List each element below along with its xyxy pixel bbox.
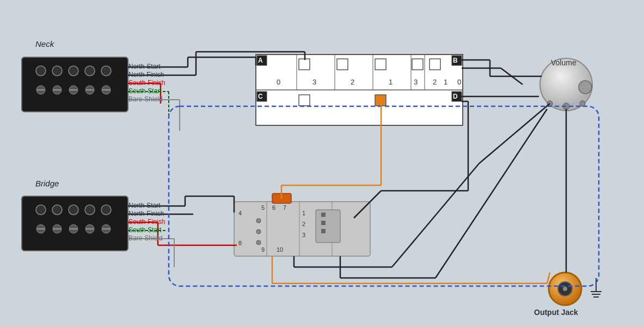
svg-line-146 xyxy=(547,272,550,283)
svg-point-68 xyxy=(85,66,95,76)
wiring-diagram: 0 3 2 1 3 2 1 0 A B C D 4 5 6 7 1 2 xyxy=(0,0,644,327)
neck-bare-shield-label: Bare-Shield xyxy=(128,95,163,103)
svg-line-141 xyxy=(436,109,547,278)
svg-text:A: A xyxy=(258,57,263,64)
svg-text:0: 0 xyxy=(457,78,461,86)
svg-point-56 xyxy=(580,101,585,106)
svg-text:8: 8 xyxy=(238,240,242,246)
bridge-south-finish-label: South-Finish xyxy=(128,218,165,226)
svg-text:4: 4 xyxy=(238,210,242,216)
bridge-north-finish-label: North-Finish xyxy=(128,210,164,217)
svg-text:3: 3 xyxy=(414,78,418,86)
svg-point-85 xyxy=(85,205,95,215)
svg-point-43 xyxy=(256,219,261,223)
neck-south-start-label: South-Start xyxy=(128,87,162,95)
neck-north-finish-label: North-Finish xyxy=(128,71,164,78)
bridge-south-start-label: South-Start xyxy=(128,226,162,234)
output-jack-label: Output Jack xyxy=(534,308,578,317)
svg-point-69 xyxy=(101,66,111,76)
svg-text:2: 2 xyxy=(302,221,305,227)
svg-point-82 xyxy=(36,205,46,215)
svg-text:C: C xyxy=(258,93,263,100)
neck-north-start-label: North-Start xyxy=(128,63,161,70)
bridge-label: Bridge xyxy=(35,179,59,188)
svg-rect-9 xyxy=(375,59,386,70)
neck-south-finish-label: South-Finish xyxy=(128,79,165,87)
svg-text:2: 2 xyxy=(351,78,354,86)
svg-point-86 xyxy=(101,205,111,215)
svg-text:0: 0 xyxy=(277,78,280,86)
svg-point-83 xyxy=(52,205,62,215)
svg-text:1: 1 xyxy=(389,78,392,86)
svg-point-84 xyxy=(69,205,78,215)
svg-rect-64 xyxy=(22,57,128,112)
svg-text:3: 3 xyxy=(302,232,305,238)
bridge-north-start-label: North-Start xyxy=(128,202,161,209)
svg-text:1: 1 xyxy=(302,210,305,216)
svg-text:B: B xyxy=(453,57,458,64)
svg-rect-25 xyxy=(299,95,310,106)
svg-rect-8 xyxy=(337,59,348,70)
svg-point-53 xyxy=(579,81,592,94)
svg-text:D: D xyxy=(453,93,458,100)
neck-label: Neck xyxy=(35,39,54,49)
svg-point-66 xyxy=(52,66,62,76)
svg-rect-10 xyxy=(412,59,423,70)
svg-text:1: 1 xyxy=(444,78,447,86)
svg-rect-11 xyxy=(430,59,440,70)
svg-point-44 xyxy=(256,229,261,234)
svg-rect-7 xyxy=(299,59,310,70)
svg-text:2: 2 xyxy=(433,78,437,86)
svg-rect-46 xyxy=(316,210,340,243)
svg-rect-81 xyxy=(22,196,128,251)
svg-text:9: 9 xyxy=(261,246,265,253)
svg-text:3: 3 xyxy=(312,78,316,86)
svg-point-67 xyxy=(69,66,78,76)
svg-line-134 xyxy=(479,104,550,164)
svg-point-65 xyxy=(36,66,46,76)
svg-rect-48 xyxy=(321,221,326,225)
svg-text:10: 10 xyxy=(277,246,283,253)
svg-rect-49 xyxy=(321,229,326,233)
svg-line-133 xyxy=(392,164,479,267)
svg-text:6: 6 xyxy=(272,204,275,211)
svg-point-59 xyxy=(563,287,567,291)
svg-text:7: 7 xyxy=(283,204,286,211)
svg-rect-47 xyxy=(321,213,326,217)
svg-text:5: 5 xyxy=(261,204,265,211)
svg-point-45 xyxy=(256,240,261,245)
wiring-svg: 0 3 2 1 3 2 1 0 A B C D 4 5 6 7 1 2 xyxy=(0,0,644,327)
svg-text:Volume: Volume xyxy=(551,58,576,67)
bridge-bare-shield-label: Bare-Shield xyxy=(128,234,163,242)
